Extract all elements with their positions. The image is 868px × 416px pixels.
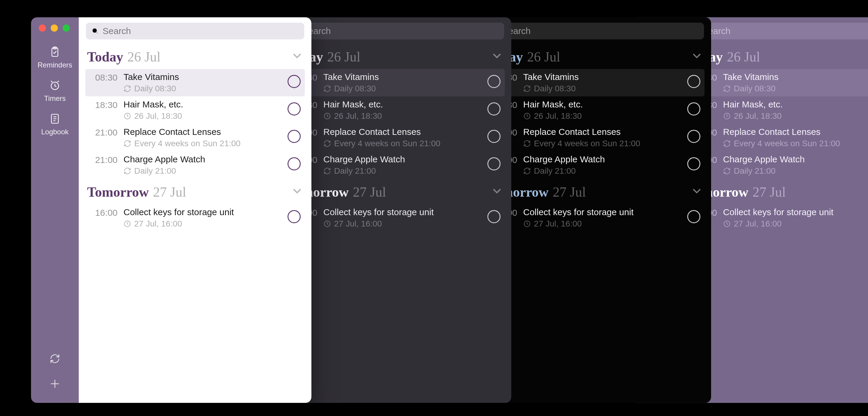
section-date: 27 Jul xyxy=(553,184,586,200)
complete-toggle[interactable] xyxy=(486,99,502,116)
complete-toggle[interactable] xyxy=(286,154,302,170)
sidebar-label: Timers xyxy=(44,94,66,103)
repeat-icon xyxy=(323,85,331,92)
section-header[interactable]: Today 26 Jul xyxy=(85,43,305,69)
reminder-title: Replace Contact Lenses xyxy=(723,127,868,137)
alarm-clock-icon xyxy=(48,79,61,92)
reminder-row[interactable]: 16:00 Collect keys for storage unit 27 J… xyxy=(685,204,868,232)
add-button[interactable] xyxy=(49,378,61,391)
close-window-button[interactable] xyxy=(39,25,46,32)
complete-toggle[interactable] xyxy=(486,127,502,143)
reminder-row[interactable]: 21:00 Replace Contact Lenses Every 4 wee… xyxy=(485,124,705,151)
sidebar-item-logbook[interactable]: Logbook xyxy=(41,111,69,144)
reminder-row[interactable]: 21:00 Charge Apple Watch Daily 21:00 xyxy=(485,151,705,179)
reminder-row[interactable]: 08:30 Take Vitamins Daily 08:30 xyxy=(485,69,705,96)
reminder-time: 21:00 xyxy=(90,154,118,165)
reminder-row[interactable]: 18:30 Hair Mask, etc. 26 Jul, 18:30 xyxy=(485,96,705,124)
search-input[interactable]: Search xyxy=(486,23,704,39)
clock-icon xyxy=(523,220,531,228)
section-header[interactable]: Tomorrow 27 Jul xyxy=(85,179,305,204)
complete-toggle[interactable] xyxy=(686,99,702,116)
section-header[interactable]: Today 26 Jul xyxy=(485,43,705,69)
sidebar-item-timers[interactable]: Timers xyxy=(44,77,66,111)
app-window: Reminders Timers Logbook Search xyxy=(31,17,311,403)
reminder-title: Collect keys for storage unit xyxy=(123,207,280,217)
reminder-title: Hair Mask, etc. xyxy=(723,99,868,110)
content: Search Today 26 Jul 08:30 Take Vitamins … xyxy=(478,17,711,403)
section-header[interactable]: Tomorrow 27 Jul xyxy=(485,179,705,204)
clock-icon xyxy=(723,220,731,228)
reminder-row[interactable]: 18:30 Hair Mask, etc. 26 Jul, 18:30 xyxy=(685,96,868,124)
reminder-meta: Daily 21:00 xyxy=(323,166,480,176)
section-header[interactable]: Today 26 Jul xyxy=(685,43,868,69)
reminder-row[interactable]: 21:00 Charge Apple Watch Daily 21:00 xyxy=(285,151,505,179)
reminder-list: Today 26 Jul 08:30 Take Vitamins Daily 0… xyxy=(279,43,511,232)
reminder-meta: 26 Jul, 18:30 xyxy=(523,111,680,121)
complete-toggle[interactable] xyxy=(686,72,702,88)
complete-toggle[interactable] xyxy=(486,154,502,170)
chevron-down-icon[interactable] xyxy=(691,50,703,61)
section-date: 26 Jul xyxy=(527,49,560,65)
search-input[interactable]: Search xyxy=(286,23,504,39)
sync-button[interactable] xyxy=(49,353,61,366)
complete-toggle[interactable] xyxy=(486,72,502,88)
reminder-list: Today 26 Jul 08:30 Take Vitamins Daily 0… xyxy=(79,43,311,232)
reminder-row[interactable]: 16:00 Collect keys for storage unit 27 J… xyxy=(485,204,705,232)
section-header[interactable]: Tomorrow 27 Jul xyxy=(685,179,868,204)
reminder-title: Collect keys for storage unit xyxy=(523,207,680,217)
reminder-meta: Every 4 weeks on Sun 21:00 xyxy=(523,139,680,148)
reminder-time: 08:30 xyxy=(90,72,118,83)
complete-toggle[interactable] xyxy=(686,207,702,223)
reminder-row[interactable]: 08:30 Take Vitamins Daily 08:30 xyxy=(285,69,505,96)
reminder-row[interactable]: 08:30 Take Vitamins Daily 08:30 xyxy=(85,69,305,96)
chevron-down-icon[interactable] xyxy=(691,185,703,197)
reminder-row[interactable]: 21:00 Replace Contact Lenses Every 4 wee… xyxy=(85,124,305,151)
complete-toggle[interactable] xyxy=(486,207,502,223)
reminder-list: Today 26 Jul 08:30 Take Vitamins Daily 0… xyxy=(478,43,711,232)
section-date: 27 Jul xyxy=(153,184,186,200)
reminder-row[interactable]: 16:00 Collect keys for storage unit 27 J… xyxy=(285,204,505,232)
reminder-meta: 27 Jul, 16:00 xyxy=(523,219,680,229)
section-header[interactable]: Today 26 Jul xyxy=(285,43,505,69)
minimize-window-button[interactable] xyxy=(51,25,58,32)
section-header[interactable]: Tomorrow 27 Jul xyxy=(285,179,505,204)
reminder-row[interactable]: 18:30 Hair Mask, etc. 26 Jul, 18:30 xyxy=(85,96,305,124)
zoom-window-button[interactable] xyxy=(63,25,70,32)
reminder-row[interactable]: 18:30 Hair Mask, etc. 26 Jul, 18:30 xyxy=(285,96,505,124)
complete-toggle[interactable] xyxy=(686,154,702,170)
reminder-title: Hair Mask, etc. xyxy=(123,99,280,110)
reminder-meta: Daily 08:30 xyxy=(723,84,868,93)
reminder-row[interactable]: 21:00 Replace Contact Lenses Every 4 wee… xyxy=(685,124,868,151)
reminder-meta: Every 4 weeks on Sun 21:00 xyxy=(323,139,480,148)
reminder-meta: Daily 21:00 xyxy=(723,166,868,176)
sidebar-item-reminders[interactable]: Reminders xyxy=(38,43,72,77)
complete-toggle[interactable] xyxy=(286,127,302,143)
complete-toggle[interactable] xyxy=(686,127,702,143)
chevron-down-icon[interactable] xyxy=(491,50,503,61)
search-input[interactable]: Search xyxy=(685,23,868,39)
section-title: Today xyxy=(87,49,123,65)
sidebar-label: Reminders xyxy=(38,61,72,69)
chevron-down-icon[interactable] xyxy=(291,185,303,197)
reminder-row[interactable]: 08:30 Take Vitamins Daily 08:30 xyxy=(685,69,868,96)
repeat-icon xyxy=(323,140,331,147)
reminder-row[interactable]: 16:00 Collect keys for storage unit 27 J… xyxy=(85,204,305,232)
reminder-title: Hair Mask, etc. xyxy=(323,99,480,110)
chevron-down-icon[interactable] xyxy=(491,185,503,197)
reminder-row[interactable]: 21:00 Charge Apple Watch Daily 21:00 xyxy=(85,151,305,179)
reminder-row[interactable]: 21:00 Charge Apple Watch Daily 21:00 xyxy=(685,151,868,179)
reminder-meta: Daily 08:30 xyxy=(323,84,480,93)
clock-icon xyxy=(723,112,731,120)
clock-icon xyxy=(123,112,131,120)
section-date: 27 Jul xyxy=(752,184,786,200)
reminder-row[interactable]: 21:00 Replace Contact Lenses Every 4 wee… xyxy=(285,124,505,151)
repeat-icon xyxy=(123,140,131,147)
chevron-down-icon[interactable] xyxy=(291,50,303,61)
complete-toggle[interactable] xyxy=(286,207,302,223)
complete-toggle[interactable] xyxy=(286,72,302,88)
reminder-meta: Daily 21:00 xyxy=(523,166,680,176)
section-title: Tomorrow xyxy=(87,184,149,200)
search-input[interactable]: Search xyxy=(86,23,304,39)
search-placeholder: Search xyxy=(103,26,131,36)
complete-toggle[interactable] xyxy=(286,99,302,116)
